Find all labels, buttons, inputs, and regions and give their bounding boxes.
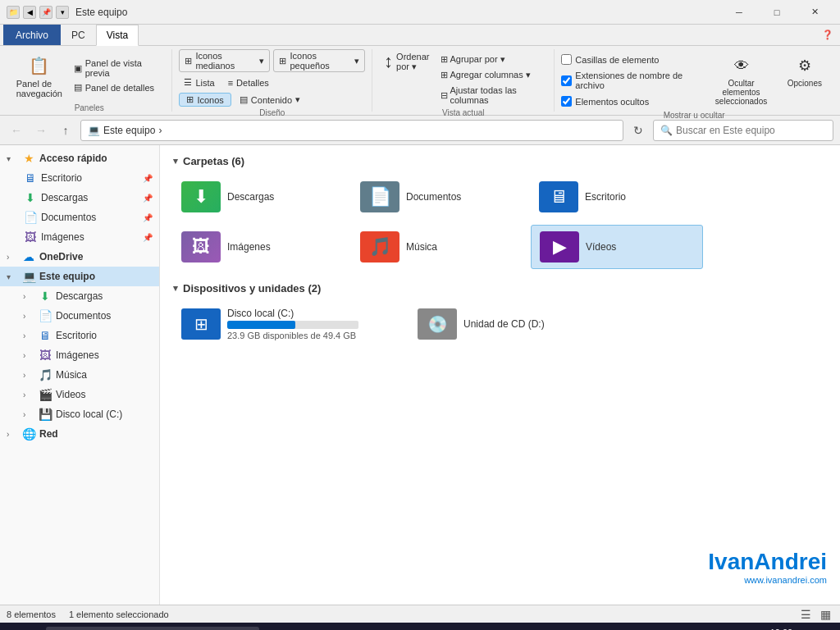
refresh-button[interactable]: ↻: [628, 121, 648, 140]
sidebar-item-escritorio2[interactable]: › 🖥 Escritorio: [0, 326, 159, 345]
quick-access-icon[interactable]: ◀: [23, 6, 36, 19]
contenido-label: Contenido: [251, 95, 292, 105]
start-button[interactable]: ⊞: [3, 623, 44, 630]
search-input[interactable]: [676, 125, 826, 136]
agrupar-por-button[interactable]: ⊞ Agrupar por ▾: [437, 52, 547, 66]
sidebar-item-documentos-quick[interactable]: 📄 Documentos 📌: [0, 208, 159, 227]
drive-c[interactable]: ⊞ Disco local (C:) 23.9 GB disponibles d…: [173, 303, 403, 345]
ajustar-columnas-button[interactable]: ⊟ Ajustar todas las columnas: [437, 84, 547, 107]
office-taskbar-button[interactable]: ⚙: [399, 623, 431, 630]
lista-icon: ☰: [184, 77, 192, 88]
close-button[interactable]: ✕: [796, 0, 833, 25]
address-path[interactable]: 💻 Este equipo ›: [80, 120, 623, 141]
window-controls: ─ □ ✕: [720, 0, 833, 25]
title-bar: 📁 ◀ 📌 ▾ Este equipo ─ □ ✕: [0, 0, 840, 25]
agregar-columnas-button[interactable]: ⊞ Agregar columnas ▾: [437, 68, 547, 82]
ordenar-por-button[interactable]: ↕ Ordenar por ▾: [379, 49, 434, 74]
ribbon-group-paneles: 📋 Panel denavegación ▣ Panel de vista pr…: [7, 49, 172, 112]
view-grid-button[interactable]: ▦: [817, 606, 833, 623]
folder-videos[interactable]: ▶ Vídeos: [531, 225, 703, 269]
back-button[interactable]: ←: [7, 121, 26, 140]
folder-musica-label: Música: [406, 241, 437, 253]
documentos2-label: Documentos: [56, 310, 111, 322]
taskbar-clock[interactable]: 10:00 28/03/2021: [752, 627, 810, 630]
sidebar-item-descargas-quick[interactable]: ⬇ Descargas 📌: [0, 188, 159, 208]
lista-button[interactable]: ☰ Lista: [179, 75, 219, 89]
status-bar: 8 elementos 1 elemento seleccionado ☰ ▦: [0, 605, 840, 623]
help-icon[interactable]: ❓: [822, 30, 833, 40]
onedrive-arrow: ›: [7, 253, 18, 262]
folder-musica[interactable]: 🎵 Música: [352, 225, 524, 269]
iconos-pequenos-button[interactable]: ⊞ Iconos pequeños ▾: [273, 49, 365, 72]
details-panel-button[interactable]: ▤ Panel de detalles: [69, 80, 166, 94]
ocultar-seleccionados-button[interactable]: 👁 Ocultar elementosseleccionados: [706, 49, 775, 109]
watermark: IvanAndrei www.ivanandrei.com: [708, 549, 827, 585]
minimize-button[interactable]: ─: [720, 0, 758, 25]
sidebar-item-videos[interactable]: › 🎬 Videos: [0, 385, 159, 404]
tab-vista[interactable]: Vista: [96, 25, 139, 46]
preview-panel-button[interactable]: ▣ Panel de vista previa: [69, 57, 166, 80]
hidden-checkbox[interactable]: Elementos ocultos: [561, 94, 700, 108]
sidebar-item-disco-local[interactable]: › 💾 Disco local (C:): [0, 404, 159, 424]
sidebar-item-documentos2[interactable]: › 📄 Documentos: [0, 306, 159, 326]
preview-label: Panel de vista previa: [85, 58, 161, 78]
folder-imagenes[interactable]: 🖼 Imágenes: [173, 225, 345, 269]
este-equipo-arrow: ▾: [7, 272, 18, 281]
iconos-medianos-button[interactable]: ⊞ Iconos medianos ▾: [179, 49, 270, 72]
diseno-row2: ☰ Lista ≡ Detalles: [179, 75, 273, 89]
sidebar-section-este-equipo[interactable]: ▾ 💻 Este equipo: [0, 267, 159, 286]
opciones-button[interactable]: ⚙ Opciones: [783, 49, 827, 91]
sidebar-section-onedrive[interactable]: › ☁ OneDrive: [0, 247, 159, 267]
opciones-btn-col: ⚙ Opciones: [783, 49, 827, 91]
folder-escritorio-label: Escritorio: [585, 191, 626, 203]
musica-arrow: ›: [23, 371, 34, 380]
pin-icon[interactable]: 📌: [39, 6, 52, 19]
tab-pc[interactable]: PC: [61, 25, 96, 45]
disco-local-icon: 💾: [38, 407, 52, 422]
sidebar-section-red[interactable]: › 🌐 Red: [0, 424, 159, 444]
folder-documentos[interactable]: 📄 Documentos: [352, 176, 524, 218]
extensions-input[interactable]: [561, 75, 572, 86]
escritorio2-icon: 🖥: [38, 328, 52, 343]
up-button[interactable]: ↑: [56, 121, 75, 140]
tab-archivo[interactable]: Archivo: [3, 25, 61, 45]
mail-taskbar-button[interactable]: ✉: [364, 623, 397, 630]
sidebar-item-descargas2[interactable]: › ⬇ Descargas: [0, 286, 159, 306]
sidebar-item-musica[interactable]: › 🎵 Música: [0, 365, 159, 385]
devices-arrow[interactable]: ▾: [173, 283, 178, 294]
folder-escritorio[interactable]: 🖥 Escritorio: [531, 176, 703, 218]
taskbar-search[interactable]: 🔍 Escribe aquí para buscar: [46, 627, 259, 630]
sidebar-item-escritorio-quick[interactable]: 🖥 Escritorio 📌: [0, 168, 159, 188]
casillas-input[interactable]: [561, 54, 572, 65]
casillas-checkbox[interactable]: Casillas de elemento: [561, 52, 700, 66]
store-taskbar-button[interactable]: 🛍: [330, 623, 363, 630]
explorer-taskbar-button[interactable]: 📁: [295, 623, 328, 630]
disco-local-arrow: ›: [23, 410, 34, 419]
dropdown-icon[interactable]: ▾: [56, 6, 69, 19]
contenido-button[interactable]: ▤ Contenido ▾: [235, 93, 305, 107]
drive-c-fill: [227, 321, 295, 329]
detalles-button[interactable]: ≡ Detalles: [223, 76, 274, 89]
view-list-button[interactable]: ☰: [797, 606, 814, 623]
sidebar-item-imagenes2[interactable]: › 🖼 Imágenes: [0, 345, 159, 365]
folder-descargas[interactable]: ⬇ Descargas: [173, 176, 345, 218]
folder-descargas-label: Descargas: [227, 191, 274, 203]
panel-navegacion-button[interactable]: 📋 Panel denavegación: [13, 49, 66, 102]
title-bar-icons: 📁 ◀ 📌 ▾: [7, 6, 69, 19]
clock-time: 10:00: [759, 627, 804, 630]
sidebar-section-acceso-rapido[interactable]: ▾ ★ Acceso rápido: [0, 148, 159, 168]
task-view-button[interactable]: ⊞: [261, 623, 294, 630]
iconos-button[interactable]: ⊞ Iconos: [179, 93, 231, 107]
drive-d[interactable]: 💿 Unidad de CD (D:): [409, 303, 639, 345]
imagenes2-arrow: ›: [23, 351, 34, 360]
ajustar-label: Ajustar todas las columnas: [450, 85, 544, 105]
status-right: ☰ ▦: [797, 606, 833, 623]
forward-button[interactable]: →: [31, 121, 51, 140]
edge-taskbar-button[interactable]: 🌐: [433, 623, 466, 630]
hidden-input[interactable]: [561, 96, 572, 107]
maximize-button[interactable]: □: [758, 0, 796, 25]
sidebar-item-imagenes-quick[interactable]: 🖼 Imágenes 📌: [0, 227, 159, 247]
extensions-checkbox[interactable]: Extensiones de nombre de archivo: [561, 69, 700, 92]
opciones-icon: ⚙: [792, 52, 818, 79]
folders-arrow[interactable]: ▾: [173, 156, 178, 167]
